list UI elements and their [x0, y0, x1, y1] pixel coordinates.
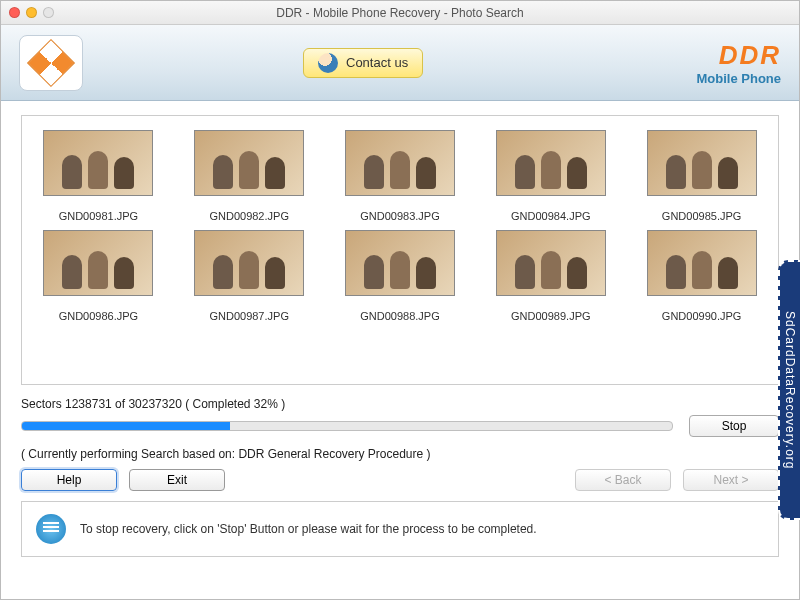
thumbnail-image: [194, 230, 304, 296]
thumbnail-item[interactable]: GND00987.JPG: [183, 230, 316, 322]
thumbnail-image: [43, 230, 153, 296]
thumbnail-image: [43, 130, 153, 196]
thumbnails-grid: GND00981.JPGGND00982.JPGGND00983.JPGGND0…: [32, 130, 768, 322]
thumbnail-image: [647, 230, 757, 296]
thumbnail-image: [496, 130, 606, 196]
progress-block: Sectors 1238731 of 30237320 ( Completed …: [21, 397, 779, 437]
window-title: DDR - Mobile Phone Recovery - Photo Sear…: [1, 6, 799, 20]
brand-title: DDR: [697, 40, 782, 71]
app-window: DDR - Mobile Phone Recovery - Photo Sear…: [0, 0, 800, 600]
info-icon: [36, 514, 66, 544]
thumbnail-item[interactable]: GND00988.JPG: [334, 230, 467, 322]
thumbnail-item[interactable]: GND00990.JPG: [635, 230, 768, 322]
thumbnail-item[interactable]: GND00986.JPG: [32, 230, 165, 322]
button-row: Help Exit < Back Next >: [21, 469, 779, 491]
progress-bar: [21, 421, 673, 431]
thumbnail-item[interactable]: GND00989.JPG: [484, 230, 617, 322]
thumbnail-label: GND00982.JPG: [183, 210, 316, 222]
help-button[interactable]: Help: [21, 469, 117, 491]
thumbnail-image: [194, 130, 304, 196]
thumbnail-label: GND00983.JPG: [334, 210, 467, 222]
thumbnail-image: [345, 130, 455, 196]
thumbnail-image: [647, 130, 757, 196]
thumbnail-item[interactable]: GND00982.JPG: [183, 130, 316, 222]
side-tab-link[interactable]: SdCardDataRecovery.org: [778, 260, 800, 520]
contact-label: Contact us: [346, 55, 408, 70]
progress-row: Stop: [21, 415, 779, 437]
stop-button[interactable]: Stop: [689, 415, 779, 437]
progress-text: Sectors 1238731 of 30237320 ( Completed …: [21, 397, 779, 411]
thumbnail-item[interactable]: GND00984.JPG: [484, 130, 617, 222]
contact-us-button[interactable]: Contact us: [303, 48, 423, 78]
hint-text: To stop recovery, click on 'Stop' Button…: [80, 522, 537, 536]
app-logo: [19, 35, 83, 91]
exit-button[interactable]: Exit: [129, 469, 225, 491]
header: Contact us DDR Mobile Phone: [1, 25, 799, 101]
thumbnail-item[interactable]: GND00985.JPG: [635, 130, 768, 222]
thumbnail-label: GND00984.JPG: [484, 210, 617, 222]
progress-fill: [22, 422, 230, 430]
person-icon: [318, 53, 338, 73]
logo-icon: [27, 38, 75, 86]
thumbnails-panel: GND00981.JPGGND00982.JPGGND00983.JPGGND0…: [21, 115, 779, 385]
thumbnail-image: [496, 230, 606, 296]
thumbnail-image: [345, 230, 455, 296]
content: GND00981.JPGGND00982.JPGGND00983.JPGGND0…: [1, 101, 799, 599]
thumbnail-label: GND00981.JPG: [32, 210, 165, 222]
thumbnail-item[interactable]: GND00983.JPG: [334, 130, 467, 222]
titlebar: DDR - Mobile Phone Recovery - Photo Sear…: [1, 1, 799, 25]
thumbnail-item[interactable]: GND00981.JPG: [32, 130, 165, 222]
brand: DDR Mobile Phone: [697, 40, 782, 86]
next-button: Next >: [683, 469, 779, 491]
thumbnail-label: GND00988.JPG: [334, 310, 467, 322]
thumbnail-label: GND00989.JPG: [484, 310, 617, 322]
back-button: < Back: [575, 469, 671, 491]
search-note: ( Currently performing Search based on: …: [21, 447, 779, 461]
brand-subtitle: Mobile Phone: [697, 71, 782, 86]
hint-panel: To stop recovery, click on 'Stop' Button…: [21, 501, 779, 557]
thumbnail-label: GND00987.JPG: [183, 310, 316, 322]
thumbnail-label: GND00985.JPG: [635, 210, 768, 222]
thumbnail-label: GND00990.JPG: [635, 310, 768, 322]
thumbnail-label: GND00986.JPG: [32, 310, 165, 322]
